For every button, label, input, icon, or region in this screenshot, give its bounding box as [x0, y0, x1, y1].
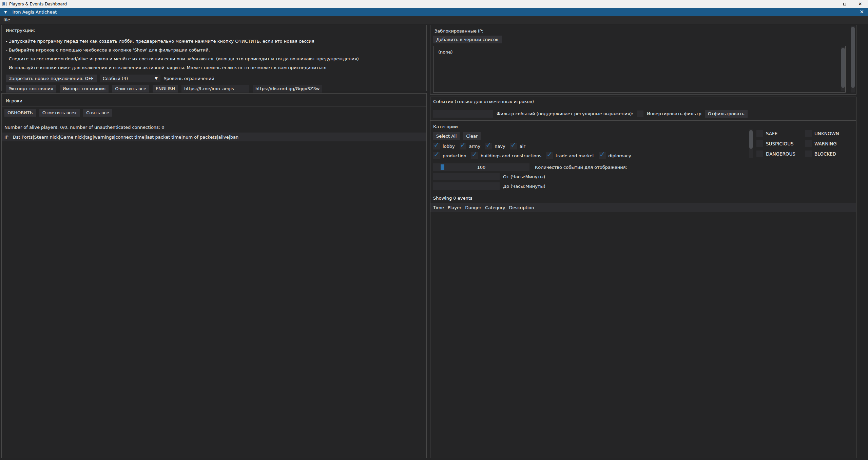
language-toggle-button[interactable]: ENGLISH — [153, 85, 178, 93]
event-filter-label: Фильтр событий (поддерживает регулярные … — [497, 111, 633, 116]
scrollbar-thumb[interactable] — [841, 48, 845, 88]
event-count-slider[interactable]: 100 — [433, 163, 529, 171]
players-table-header[interactable]: IP Dst Ports|Steam nick|Game nick|tag|wa… — [2, 133, 426, 141]
scrollbar-thumb[interactable] — [851, 27, 855, 88]
events-title: События (только для отмеченных игроков) — [430, 97, 856, 107]
check-icon: ✓ — [460, 141, 466, 149]
blocked-panel-scrollbar[interactable] — [851, 26, 855, 93]
restriction-level-combobox[interactable]: Слабый (4) ▼ — [100, 75, 160, 82]
chevron-down-icon: ▼ — [155, 76, 157, 81]
events-count-status: Showing 0 events — [430, 190, 856, 203]
check-icon: ✓ — [471, 151, 478, 158]
minimize-icon — [827, 4, 831, 4]
collapse-icon[interactable]: ▼ — [4, 10, 7, 14]
category-checkbox-trade[interactable]: ✓ trade and market — [546, 152, 594, 159]
time-from-label: От (Часы:Минуты) — [503, 174, 545, 179]
invert-filter-label: Инвертировать фильтр — [647, 111, 701, 116]
check-icon: ✓ — [510, 141, 517, 149]
event-count-value: 100 — [477, 165, 486, 170]
blocked-ips-title: Заблокированные IP: — [430, 25, 856, 36]
close-button[interactable]: ✕ — [852, 0, 868, 8]
category-checkbox-diplomacy[interactable]: ✓ diplomacy — [599, 152, 631, 159]
close-icon: ✕ — [859, 2, 862, 6]
apply-filter-button[interactable]: Отфильтровать — [705, 110, 748, 118]
telegram-link-field[interactable] — [181, 85, 249, 93]
players-column-ip: IP — [4, 135, 8, 140]
events-column-category: Category — [485, 205, 505, 210]
danger-checkbox-warning[interactable]: WARNING — [805, 140, 839, 147]
check-all-players-button[interactable]: Отметить всех — [39, 109, 80, 117]
instruction-line: - Выбирайте игроков с помощью чекбоксов … — [6, 46, 422, 55]
players-title: Игроки — [2, 94, 426, 106]
events-column-player: Player — [448, 205, 461, 210]
clear-all-button[interactable]: Очистить все — [112, 85, 149, 93]
clear-categories-button[interactable]: Clear — [463, 132, 481, 140]
danger-levels-block: SAFE UNKNOWN SUSPICIOUS WARNING DANGEROU… — [749, 129, 839, 158]
category-checkbox-navy[interactable]: ✓ navy — [485, 143, 505, 149]
instruction-line: - Запускайте программу перед тем как соз… — [6, 37, 422, 46]
danger-checkbox-blocked[interactable]: BLOCKED — [805, 150, 839, 158]
menubar: file — [0, 16, 868, 24]
category-checkbox-lobby[interactable]: ✓ lobby — [433, 143, 455, 149]
app-header: ▼ Iron Aegis Anticheat ✕ — [0, 8, 868, 16]
category-checkbox-production[interactable]: ✓ production — [433, 152, 466, 159]
players-panel: Игроки ОБНОВИТЬ Отметить всех Снять все … — [1, 93, 427, 458]
menu-file[interactable]: file — [3, 17, 10, 22]
window-title: Players & Events Dashboard — [9, 2, 67, 6]
minimize-button[interactable] — [821, 0, 837, 8]
app-title: Iron Aegis Anticheat — [12, 9, 57, 15]
check-icon: ✓ — [433, 151, 440, 158]
restriction-level-value: Слабый (4) — [103, 76, 128, 81]
blocked-ips-listbox[interactable]: (none) — [433, 46, 846, 93]
blocked-ips-panel: Заблокированные IP: Добавить в черный сп… — [430, 25, 856, 95]
time-from-input[interactable] — [433, 173, 500, 180]
restriction-level-label: Уровень ограничений — [164, 76, 214, 81]
events-panel: События (только для отмеченных игроков) … — [430, 97, 856, 458]
import-state-button[interactable]: Импорт состояния — [60, 85, 109, 93]
instruction-line: - Следите за состоянием dead/alive игрок… — [6, 55, 422, 63]
danger-checkbox-dangerous[interactable]: DANGEROUS — [756, 150, 795, 158]
restore-button[interactable] — [837, 0, 852, 8]
check-icon: ✓ — [546, 151, 553, 158]
blocked-ips-empty-item: (none) — [438, 49, 453, 55]
players-column-details: Dst Ports|Steam nick|Game nick|tag|warni… — [13, 135, 239, 140]
danger-checkbox-unknown[interactable]: UNKNOWN — [805, 129, 839, 137]
event-filter-input[interactable] — [433, 110, 493, 118]
events-column-danger: Danger — [465, 205, 481, 210]
instructions-panel: Инструкции: - Запускайте программу перед… — [1, 25, 427, 91]
events-column-description: Description — [509, 205, 534, 210]
restore-icon — [843, 3, 846, 5]
block-new-connections-button[interactable]: Запретить новые подключения: OFF — [6, 75, 97, 82]
discord-link-field[interactable] — [253, 85, 322, 93]
danger-checkbox-safe[interactable]: SAFE — [756, 129, 795, 137]
time-to-label: До (Часы:Минуты) — [503, 184, 545, 189]
slider-handle[interactable] — [441, 164, 444, 170]
category-checkbox-air[interactable]: ✓ air — [510, 143, 525, 149]
instructions-title: Инструкции: — [6, 28, 422, 33]
danger-levels-scrollbar[interactable] — [749, 129, 753, 158]
refresh-button[interactable]: ОБНОВИТЬ — [4, 109, 36, 117]
categories-title: Категории — [430, 121, 856, 129]
instruction-line: - Используйте кнопки ниже для включения … — [6, 63, 422, 72]
app-close-icon[interactable]: ✕ — [860, 9, 864, 15]
export-state-button[interactable]: Экспорт состояния — [6, 85, 56, 93]
scrollbar-thumb[interactable] — [749, 130, 753, 149]
time-to-input[interactable] — [433, 182, 500, 190]
app-icon — [2, 2, 7, 6]
check-icon: ✓ — [485, 141, 491, 149]
select-all-categories-button[interactable]: Select All — [433, 132, 460, 140]
category-checkbox-buildings[interactable]: ✓ buildings and constructions — [471, 152, 541, 159]
blocked-list-scrollbar[interactable] — [841, 47, 845, 91]
danger-checkbox-suspicious[interactable]: SUSPICIOUS — [756, 140, 795, 147]
players-status-line: Number of alive players: 0/0, number of … — [2, 119, 426, 133]
check-icon: ✓ — [599, 151, 605, 158]
add-to-blacklist-button[interactable]: Добавить в черный список — [433, 36, 502, 43]
event-count-label: Количество событий для отображения: — [535, 165, 627, 170]
category-checkbox-army[interactable]: ✓ army — [460, 143, 480, 149]
uncheck-all-players-button[interactable]: Снять все — [83, 109, 112, 117]
events-table-header[interactable]: Time Player Danger Category Description — [430, 203, 856, 212]
invert-filter-checkbox[interactable] — [637, 111, 643, 117]
check-icon: ✓ — [433, 141, 440, 149]
events-column-time: Time — [433, 205, 444, 210]
window-titlebar: Players & Events Dashboard ✕ — [0, 0, 868, 8]
